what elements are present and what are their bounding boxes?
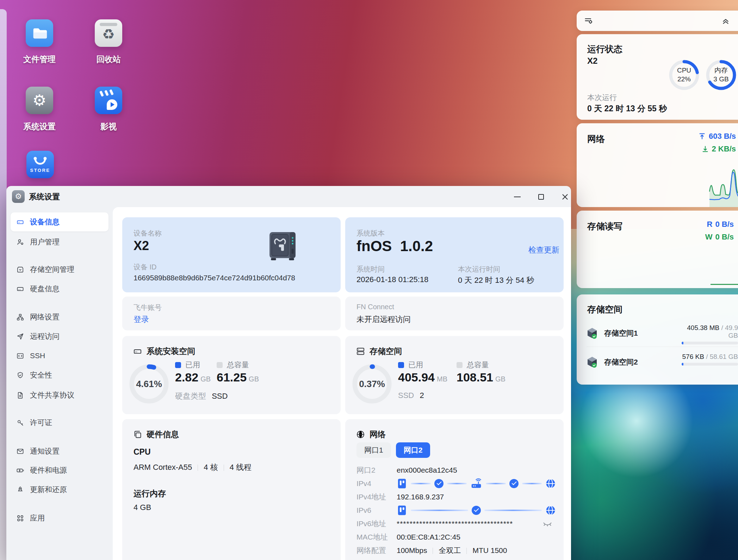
- gear-glyph: ⚙: [32, 93, 46, 108]
- total-legend: 总容量: [457, 360, 489, 370]
- window-app-icon: ⚙: [12, 190, 25, 203]
- recycle-bin-icon[interactable]: ♻: [95, 19, 122, 47]
- storage-space-card: 存储空间 0.37% 已用 405.94MB 总容量 108.51GB: [345, 336, 564, 414]
- write-rate: W0 B/s: [705, 232, 734, 242]
- tab-port1[interactable]: 网口1: [356, 442, 391, 458]
- device-name: X2: [134, 238, 149, 253]
- recycle-lid: [100, 23, 117, 26]
- maximize-button[interactable]: [535, 191, 547, 203]
- store-label: STORE: [30, 168, 50, 173]
- sidebar-item-disk-info[interactable]: 硬盘信息: [11, 279, 108, 298]
- total-legend: 总容量: [217, 360, 249, 370]
- storage-cube-icon: [587, 327, 598, 339]
- storage-donut: 0.37%: [352, 363, 392, 404]
- pool-name: 存储空间1: [604, 328, 638, 338]
- settings-window: ⚙ 系统设置 设备信息 用户管理 存储空间管理 硬盘信息 网络设置: [6, 186, 571, 560]
- desktop: 文件管理 ♻ 回收站 ⚙ 系统设置 影视 STORE: [0, 0, 738, 560]
- widget-panel: 运行状态 X2 CPU 22% 内存 3 GB: [577, 0, 738, 394]
- cpu-value: 22%: [677, 75, 691, 84]
- internet-globe-icon: [545, 478, 556, 489]
- close-button[interactable]: [559, 191, 571, 203]
- widget-settings-icon[interactable]: [584, 16, 594, 26]
- status-title: 运行状态: [587, 43, 622, 55]
- battery-bolt-icon: [16, 466, 24, 474]
- download-rate: 2 KB/s: [701, 144, 736, 154]
- pool-name: 存储空间2: [604, 357, 638, 367]
- rocket-icon: [16, 486, 24, 494]
- sys-space-donut: 4.61%: [129, 363, 169, 404]
- sidebar-item-hardware-power[interactable]: 硬件和电源: [11, 461, 108, 480]
- video-app-icon[interactable]: [95, 87, 122, 114]
- app-store-icon[interactable]: STORE: [26, 151, 54, 178]
- memory-value: 4 GB: [134, 503, 151, 512]
- pool-divider: [587, 347, 738, 347]
- account-card: 飞牛账号 登录: [122, 297, 341, 330]
- memory-label: 内存: [714, 66, 728, 75]
- apps-grid-icon: [16, 514, 24, 522]
- uptime-label: 本次运行时间: [458, 265, 500, 274]
- device-id-label: 设备 ID: [134, 262, 157, 272]
- collapse-panel-icon[interactable]: [721, 16, 730, 25]
- memory-value: 3 GB: [713, 75, 728, 84]
- document-icon: [16, 391, 24, 399]
- ssd-row: SSD 2: [398, 391, 424, 400]
- eye-closed-icon[interactable]: [542, 519, 552, 528]
- sys-space-header: 系统安装空间: [133, 346, 195, 357]
- hard-drive-icon: [16, 285, 24, 293]
- sidebar-item-network-settings[interactable]: 网络设置: [11, 307, 108, 326]
- nic-icon: [397, 478, 407, 489]
- nic-icon: [397, 505, 407, 516]
- sidebar-item-device-info[interactable]: 设备信息: [11, 212, 108, 231]
- file-manager-label: 文件管理: [8, 54, 71, 65]
- sidebar-item-file-sharing[interactable]: 文件共享协议: [11, 386, 108, 405]
- storage-cube-icon: [587, 356, 598, 368]
- file-manager-icon[interactable]: [26, 19, 53, 47]
- port-row: 网口2 enx000ec8a12c45: [356, 464, 457, 476]
- uptime-value: 0 天 22 时 13 分 55 秒: [587, 103, 667, 114]
- network-sparkline: [709, 164, 738, 207]
- storage-percent: 0.37%: [352, 363, 392, 404]
- minimize-button[interactable]: [511, 191, 523, 203]
- nas-device-image: [269, 231, 298, 261]
- pool-row-1[interactable]: 存储空间1 405.38 MB / 49.9 GB: [577, 323, 738, 343]
- device-card: 设备名称 X2 设备 ID 1669589b88e8b9d6b75e74ce72…: [122, 217, 341, 292]
- login-link[interactable]: 登录: [134, 314, 149, 325]
- port-tabs: 网口1 网口2: [356, 442, 430, 458]
- sidebar-item-users[interactable]: 用户管理: [11, 232, 108, 251]
- video-bar: [109, 89, 114, 95]
- pool-row-2[interactable]: 存储空间2 576 KB / 58.61 GB: [577, 352, 738, 372]
- system-time-label: 系统时间: [356, 265, 385, 274]
- diskio-widget: 存储读写 R0 B/s W0 B/s: [577, 211, 738, 288]
- used-legend: 已用: [398, 360, 423, 370]
- read-rate: R0 B/s: [707, 220, 734, 229]
- check-update-link[interactable]: 检查更新: [528, 245, 559, 255]
- sidebar-item-ssh[interactable]: SSH: [11, 346, 108, 365]
- os-name-version: fnOS 1.0.2: [356, 238, 433, 255]
- user-gear-icon: [16, 238, 24, 246]
- folder-icon: [31, 25, 48, 41]
- device-icon: [16, 218, 24, 226]
- sys-space-percent: 4.61%: [129, 363, 169, 404]
- disk-type-row: 硬盘类型 SSD: [175, 391, 228, 402]
- ipv4-status-row: IPv4: [356, 478, 556, 490]
- sidebar-item-security[interactable]: 安全性: [11, 366, 108, 385]
- widget-header: [577, 11, 738, 31]
- internet-globe-icon: [545, 505, 556, 516]
- total-value: 108.51GB: [457, 371, 506, 384]
- sidebar-item-license[interactable]: 许可证: [11, 413, 108, 432]
- pool-bar: [682, 342, 738, 344]
- pools-widget: 存储空间 存储空间1 405.38 MB / 49.9 GB: [577, 294, 738, 385]
- sidebar-item-remote-access[interactable]: 远程访问: [11, 327, 108, 346]
- window-title: 系统设置: [29, 192, 60, 202]
- tab-port2[interactable]: 网口2: [396, 442, 430, 458]
- upload-rate: 603 B/s: [698, 132, 736, 141]
- sidebar-item-notifications[interactable]: 通知设置: [11, 442, 108, 461]
- check-icon: [509, 479, 519, 488]
- sidebar-item-storage-mgmt[interactable]: 存储空间管理: [11, 260, 108, 279]
- os-version-label: 系统版本: [356, 229, 385, 238]
- sidebar-item-update-restore[interactable]: 更新和还原: [11, 480, 108, 499]
- storage-stack-icon: [356, 347, 365, 356]
- system-settings-icon[interactable]: ⚙: [26, 87, 53, 114]
- sidebar-item-apps[interactable]: 应用: [11, 509, 108, 528]
- config-row: 网络配置 100Mbps全双工MTU 1500: [356, 545, 507, 556]
